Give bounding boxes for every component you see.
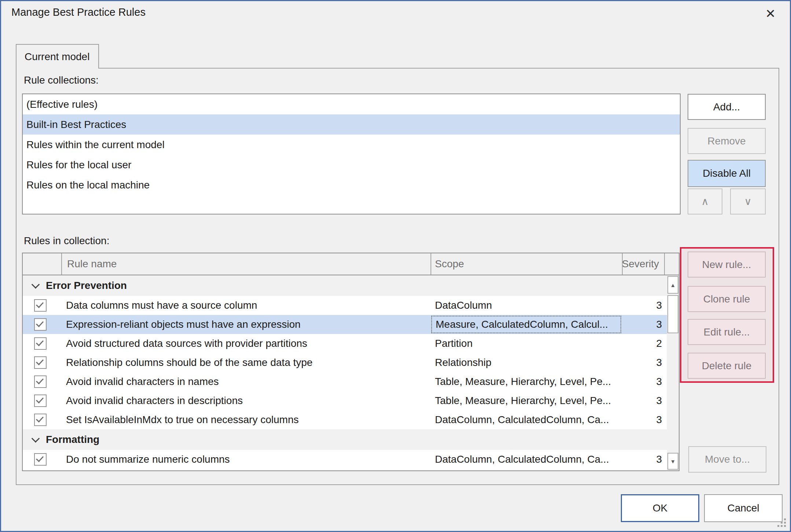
- column-header-rule-name[interactable]: Rule name: [62, 253, 431, 275]
- rule-scope-cell: DataColumn: [431, 296, 623, 315]
- chevron-up-icon: ∧: [701, 195, 709, 208]
- table-row[interactable]: Relationship columns should be of the sa…: [23, 353, 679, 372]
- rule-severity-cell: 3: [623, 414, 665, 426]
- scroll-up-icon[interactable]: ▲: [667, 276, 678, 294]
- resize-grip[interactable]: [777, 518, 786, 527]
- move-to-button[interactable]: Move to...: [688, 446, 766, 473]
- group-label: Error Prevention: [46, 280, 127, 291]
- rule-name-cell: Set IsAvailableInMdx to true on necessar…: [66, 414, 299, 426]
- new-rule-button[interactable]: New rule...: [688, 252, 766, 278]
- vertical-scrollbar[interactable]: ▲ ▼: [667, 275, 679, 470]
- list-item[interactable]: Rules on the local machine: [23, 175, 680, 195]
- chevron-down-icon[interactable]: [32, 280, 40, 289]
- table-row[interactable]: Set IsAvailableInMdx to true on necessar…: [23, 410, 679, 429]
- edit-rule-button[interactable]: Edit rule...: [688, 319, 766, 345]
- rule-checkbox[interactable]: [34, 453, 47, 466]
- column-header-checkbox[interactable]: [23, 253, 62, 275]
- scroll-down-icon[interactable]: ▼: [667, 453, 678, 470]
- rule-checkbox[interactable]: [34, 395, 47, 407]
- group-row[interactable]: Formatting: [23, 429, 679, 450]
- rule-severity-cell: 3: [623, 376, 665, 388]
- rule-checkbox[interactable]: [34, 337, 47, 350]
- table-row[interactable]: Avoid structured data sources with provi…: [23, 334, 679, 353]
- table-row[interactable]: Data columns must have a source columnDa…: [23, 296, 679, 315]
- scrollbar-thumb[interactable]: [667, 295, 678, 333]
- group-row[interactable]: Error Prevention: [23, 275, 679, 296]
- rule-severity-cell: 3: [623, 319, 665, 330]
- table-row[interactable]: Do not summarize numeric columnsDataColu…: [23, 450, 679, 469]
- rules-in-collection-label: Rules in collection:: [24, 235, 109, 247]
- rule-severity-cell: 2: [623, 338, 665, 349]
- rule-name-cell: Avoid invalid characters in descriptions: [66, 395, 243, 407]
- close-icon[interactable]: ✕: [761, 4, 780, 23]
- column-header-severity[interactable]: Severity: [623, 253, 665, 275]
- remove-button[interactable]: Remove: [688, 128, 766, 154]
- group-label: Formatting: [46, 434, 99, 445]
- rule-scope-cell: Partition: [431, 334, 623, 353]
- rule-scope-cell: DataColumn, CalculatedColumn, Ca...: [431, 410, 623, 429]
- rules-table-body: Error PreventionData columns must have a…: [23, 275, 679, 470]
- rule-severity-cell: 3: [623, 357, 665, 368]
- tab-current-model[interactable]: Current model: [16, 44, 99, 69]
- chevron-down-icon: ∨: [744, 195, 752, 208]
- list-item[interactable]: (Effective rules): [23, 94, 680, 114]
- rule-scope-cell: DataColumn, CalculatedColumn, Ca...: [431, 450, 623, 469]
- rule-scope-cell: Relationship: [431, 353, 623, 372]
- add-button[interactable]: Add...: [688, 94, 766, 120]
- chevron-down-icon[interactable]: [32, 434, 40, 443]
- rule-checkbox[interactable]: [34, 414, 47, 426]
- rule-checkbox[interactable]: [34, 299, 47, 312]
- rule-name-cell: Relationship columns should be of the sa…: [66, 357, 312, 368]
- list-item[interactable]: Built-in Best Practices: [23, 114, 680, 135]
- rule-name-cell: Data columns must have a source column: [66, 300, 257, 311]
- rule-severity-cell: 3: [623, 300, 665, 311]
- ok-button[interactable]: OK: [621, 494, 699, 522]
- rule-collections-label: Rule collections:: [24, 74, 99, 86]
- rule-name-cell: Do not summarize numeric columns: [66, 454, 230, 465]
- disable-all-button[interactable]: Disable All: [688, 160, 766, 187]
- move-down-button[interactable]: ∨: [730, 188, 766, 214]
- rule-severity-cell: 3: [623, 454, 665, 465]
- column-header-scope[interactable]: Scope: [431, 253, 623, 275]
- table-row[interactable]: Avoid invalid characters in namesTable, …: [23, 372, 679, 391]
- table-row[interactable]: Expression-reliant objects must have an …: [23, 315, 679, 334]
- red-highlight-annotation: New rule... Clone rule Edit rule... Dele…: [680, 247, 774, 383]
- list-item[interactable]: Rules within the current model: [23, 135, 680, 155]
- rule-collections-listbox[interactable]: (Effective rules)Built-in Best Practices…: [22, 93, 681, 214]
- table-header: Rule name Scope Severity: [23, 253, 679, 275]
- rule-scope-cell: Measure, CalculatedColumn, Calcul...: [431, 316, 621, 333]
- delete-rule-button[interactable]: Delete rule: [688, 353, 766, 379]
- clone-rule-button[interactable]: Clone rule: [688, 286, 766, 312]
- rule-checkbox[interactable]: [34, 375, 47, 388]
- rule-name-cell: Expression-reliant objects must have an …: [66, 319, 301, 330]
- rule-name-cell: Avoid structured data sources with provi…: [66, 338, 307, 349]
- dialog-manage-best-practice-rules: Manage Best Practice Rules ✕ Current mod…: [0, 0, 791, 532]
- rule-name-cell: Avoid invalid characters in names: [66, 376, 219, 388]
- column-header-filler: [665, 253, 679, 275]
- dialog-title: Manage Best Practice Rules: [11, 6, 146, 18]
- rule-checkbox[interactable]: [34, 356, 47, 369]
- rules-table: Rule name Scope Severity Error Preventio…: [22, 253, 680, 471]
- rule-scope-cell: Table, Measure, Hierarchy, Level, Pe...: [431, 391, 623, 410]
- table-row[interactable]: Avoid invalid characters in descriptions…: [23, 391, 679, 410]
- rule-severity-cell: 3: [623, 395, 665, 407]
- cancel-button[interactable]: Cancel: [704, 494, 783, 522]
- rule-scope-cell: Table, Measure, Hierarchy, Level, Pe...: [431, 372, 623, 391]
- move-up-button[interactable]: ∧: [688, 188, 722, 214]
- rule-checkbox[interactable]: [34, 318, 47, 331]
- list-item[interactable]: Rules for the local user: [23, 155, 680, 175]
